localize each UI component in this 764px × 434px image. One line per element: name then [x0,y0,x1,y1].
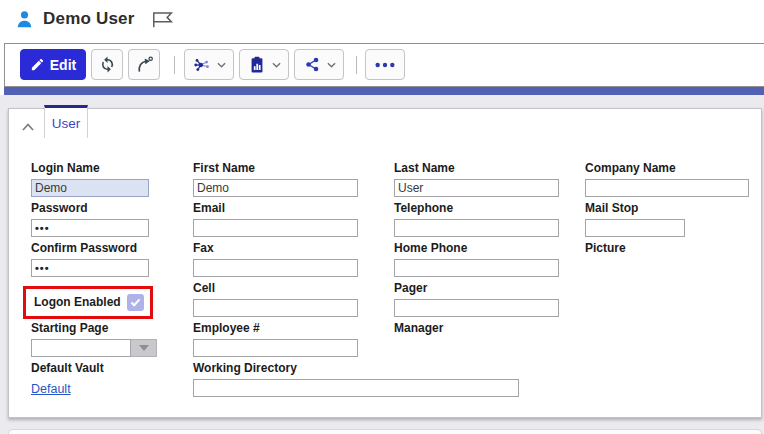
page-title: Demo User [43,9,135,29]
chevron-up-icon [22,123,34,131]
accent-band [4,87,764,95]
logon-enabled-highlight: Logon Enabled [23,286,153,319]
refresh-icon [98,55,117,74]
pencil-icon [30,57,45,72]
page-header: Demo User [0,0,764,43]
field-telephone: Telephone [394,202,559,237]
field-company-name: Company Name [585,162,749,197]
chevron-down-icon [217,62,226,68]
password-input[interactable] [31,219,149,237]
toolbar-divider [174,56,175,74]
company-name-label: Company Name [585,162,749,175]
mail-stop-input[interactable] [585,219,685,237]
edit-button[interactable]: Edit [20,49,86,80]
pager-input[interactable] [394,299,559,317]
tab-user[interactable]: User [44,105,88,138]
manager-label: Manager [394,322,443,335]
pager-label: Pager [394,282,559,295]
working-directory-input[interactable] [193,379,519,397]
field-login-name: Login Name [31,162,149,197]
field-password: Password [31,202,149,237]
home-phone-label: Home Phone [394,242,559,255]
cell-input[interactable] [193,299,358,317]
password-label: Password [31,202,149,215]
logon-enabled-label: Logon Enabled [34,296,121,309]
promote-arrow-icon [134,55,154,75]
first-name-input[interactable] [193,179,358,197]
field-confirm-password: Confirm Password [31,242,149,277]
refresh-button[interactable] [91,49,123,80]
chevron-down-icon [327,62,336,68]
mail-stop-label: Mail Stop [585,202,685,215]
cell-label: Cell [193,282,358,295]
edit-button-label: Edit [50,57,76,73]
user-panel: User Login Name First Name Last Name Com… [8,108,762,418]
collapse-panel-button[interactable] [19,118,37,136]
field-email: Email [193,202,358,237]
fax-label: Fax [193,242,358,255]
chevron-down-icon [272,62,281,68]
relationships-button[interactable] [184,49,234,80]
flag-icon[interactable] [151,10,175,29]
last-name-label: Last Name [394,162,559,175]
picture-label: Picture [585,242,626,255]
toolbar-divider [356,56,357,74]
login-name-input[interactable] [31,179,149,197]
home-phone-input[interactable] [394,259,559,277]
share-button[interactable] [294,49,344,80]
employee-number-input[interactable] [193,339,358,357]
person-icon [16,10,33,29]
relationships-hub-icon [192,55,212,75]
email-label: Email [193,202,358,215]
email-input[interactable] [193,219,358,237]
starting-page-dropdown[interactable] [31,339,157,357]
share-icon [303,55,322,74]
starting-page-value[interactable] [31,339,131,357]
field-working-directory: Working Directory [193,362,519,397]
report-button[interactable] [239,49,289,80]
field-picture: Picture [585,242,626,259]
field-starting-page: Starting Page [31,322,157,357]
field-last-name: Last Name [394,162,559,197]
dropdown-arrow-icon [139,345,149,351]
field-first-name: First Name [193,162,358,197]
confirm-password-input[interactable] [31,259,149,277]
logon-enabled-checkbox[interactable] [127,294,144,311]
field-default-vault: Default Vault Default [31,362,104,397]
more-button[interactable] [365,49,405,80]
field-fax: Fax [193,242,358,277]
starting-page-label: Starting Page [31,322,157,335]
telephone-input[interactable] [394,219,559,237]
more-ellipsis-icon [374,61,396,69]
field-mail-stop: Mail Stop [585,202,685,237]
field-cell: Cell [193,282,358,317]
last-name-input[interactable] [394,179,559,197]
login-name-label: Login Name [31,162,149,175]
promote-button[interactable] [128,49,160,80]
field-pager: Pager [394,282,559,317]
next-section-panel[interactable] [8,429,762,434]
confirm-password-label: Confirm Password [31,242,149,255]
working-directory-label: Working Directory [193,362,519,375]
field-employee-number: Employee # [193,322,358,357]
first-name-label: First Name [193,162,358,175]
telephone-label: Telephone [394,202,559,215]
field-manager: Manager [394,322,443,339]
company-name-input[interactable] [585,179,749,197]
employee-number-label: Employee # [193,322,358,335]
content-area: User Login Name First Name Last Name Com… [0,95,764,434]
default-vault-link[interactable]: Default [31,382,71,396]
fax-input[interactable] [193,259,358,277]
default-vault-label: Default Vault [31,362,104,375]
toolbar: Edit [4,43,764,87]
starting-page-dropdown-button[interactable] [131,339,157,357]
field-home-phone: Home Phone [394,242,559,277]
report-clipboard-icon [247,55,267,75]
